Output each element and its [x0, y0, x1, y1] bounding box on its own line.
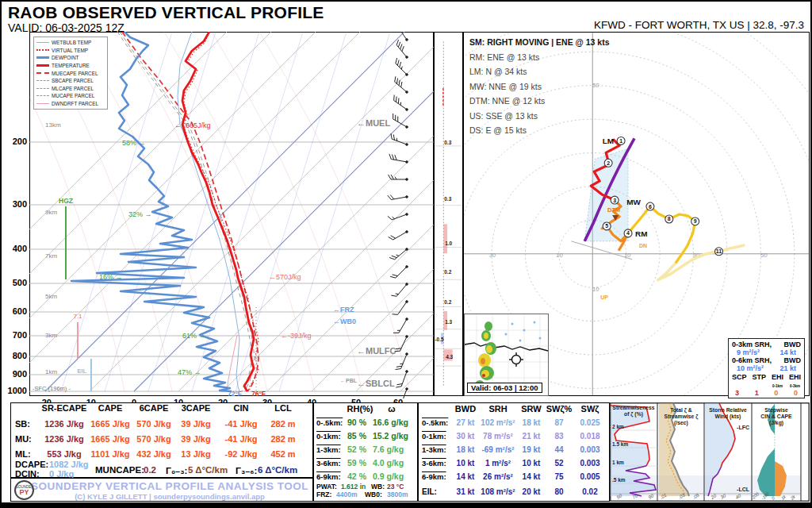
shear-value: 19 kt	[523, 445, 541, 454]
frz-label: ←FRZ	[333, 306, 354, 314]
shear-value: 31 kt	[457, 487, 475, 496]
muncape-label: MUNCAPE:	[95, 465, 144, 475]
lfc-label: -LFC	[737, 425, 749, 430]
shear-value: 80	[554, 487, 563, 496]
shear-value: 0.018	[580, 432, 599, 441]
panel2-title: Total ζ &	[670, 407, 692, 414]
rh-value: 90 %	[347, 418, 366, 427]
page-title: RAOB OBSERVED VERTICAL PROFILE	[8, 3, 324, 22]
thermo-value: 39 J/kg	[181, 434, 210, 444]
wb-value: 23 °C	[387, 483, 404, 491]
thermo-value: 1236 J/kg	[44, 419, 84, 429]
frz-value: 4400m	[336, 491, 357, 498]
shear-header: BWD	[455, 404, 476, 414]
state-boundary-line	[465, 343, 548, 351]
radar-inset: Valid: 06-03 | 12:00	[464, 314, 549, 396]
layer-label: 6-9km:	[422, 472, 446, 481]
ehi01-value: 0	[774, 389, 778, 397]
omega-value: 15.2 g/kg	[373, 431, 408, 441]
thermo-header: CAPE	[98, 403, 123, 413]
hgz-label: HGZ	[59, 197, 73, 205]
legend-label: WETBULB TEMP	[52, 40, 91, 45]
shear-header: SRW	[521, 404, 541, 414]
shear-value: 0.005	[580, 472, 599, 481]
muel-label: ←MUEL	[357, 118, 390, 128]
thermo-value: 570 J/kg	[136, 434, 170, 444]
shear-value: 14 kt	[523, 472, 541, 481]
rh-value: 59 %	[347, 458, 366, 468]
shear-value: 75	[554, 472, 563, 481]
omega-value: 0.9 g/kg	[373, 471, 404, 481]
shear-value: 102 m²/s²	[481, 418, 515, 427]
svg-text:11: 11	[716, 248, 722, 254]
srh06-label: 0-6km SRH,	[732, 356, 772, 364]
dn-label: DN	[639, 243, 647, 248]
panel4-title2: CIN & CAPE	[760, 414, 792, 419]
station-label: KFWD - FORT WORTH, TX US | 32.8, -97.3	[594, 19, 804, 31]
layer-label: 0-1km:	[422, 432, 446, 441]
svg-text:50: 50	[760, 252, 768, 259]
rh58-label: 58% →	[122, 139, 146, 147]
mini-panels: Streamwiseness of ζ (%) 2 km1.5 km 1 km.…	[610, 402, 810, 502]
sounderpy-logo-icon: SOUNDER PY	[14, 480, 34, 500]
muncape-value: 0.2	[144, 465, 156, 475]
thermo-value: 1101 J/kg	[91, 449, 130, 459]
lm-marker-label: LM	[603, 137, 614, 145]
legend-label: DEWPOINT	[52, 55, 79, 60]
svg-text:10: 10	[592, 286, 599, 293]
thermo-value: 432 J/kg	[136, 449, 170, 459]
bwd06-label: BWD	[784, 356, 802, 364]
svg-text:30: 30	[489, 252, 496, 259]
pressure-tick: 400	[6, 244, 27, 253]
rh-value: 52 %	[347, 444, 366, 454]
mw-marker-label: MW	[626, 198, 641, 206]
rm-marker-label: RM	[635, 229, 647, 238]
wb0-label: ←WB0	[333, 318, 356, 325]
rh-value: 85 %	[347, 431, 366, 441]
radar-valid-label: Valid: 06-03 | 12:00	[467, 383, 542, 393]
legend-label: SBCAPE PARCEL	[52, 78, 94, 83]
layer-label: 1-3km:	[316, 445, 341, 454]
shear-value: 44	[554, 445, 563, 454]
layer-label: 6-9km:	[316, 472, 341, 481]
legend-label: MUCAPE PARCEL	[52, 93, 94, 98]
rh-header: RH(%)	[347, 404, 373, 414]
svg-text:9km: 9km	[45, 209, 57, 216]
rh47-label: 47% →	[178, 368, 201, 376]
svg-text:13km: 13km	[45, 121, 61, 129]
thermo-value: 282 m	[270, 434, 295, 444]
shear-value: 78 m²/s²	[483, 432, 513, 441]
footer-credit: (C) KYLE J GILLETT | sounderpysoundings.…	[27, 492, 312, 501]
srh06-value: 10 m²/s²	[737, 364, 764, 372]
up-label: UP	[600, 294, 608, 300]
downdraft-parcel-line	[227, 335, 237, 391]
eil-label: EIL	[77, 368, 86, 375]
hodo-trace-top	[658, 245, 745, 280]
ehi03-header: EHI0-3km	[789, 373, 801, 389]
panel3-title2: Wind (kts)	[715, 414, 741, 420]
legend-label: DWNDRFT PARCEL	[52, 101, 98, 106]
wb0-label: WB0:	[365, 491, 382, 498]
svg-text:1: 1	[619, 138, 622, 144]
mlcape-legend-swatch	[36, 88, 49, 89]
panel4-title: Stepwise	[764, 407, 788, 414]
rh61-label: 61% →	[182, 332, 206, 340]
panel1-title: Streamwiseness	[612, 405, 654, 410]
lapse-label: 7.1	[73, 313, 82, 320]
svg-text:1.5 km: 1.5 km	[612, 441, 628, 447]
shear-value: 83	[554, 432, 563, 441]
storm-motion-block: SM: RIGHT MOVING | ENE @ 13 kts RM: ENE …	[469, 35, 610, 138]
pressure-tick: 1000	[6, 386, 27, 395]
lcl-label: -LCL	[737, 487, 750, 492]
svg-text:-0.5: -0.5	[435, 337, 443, 342]
pressure-tick: 600	[6, 306, 27, 316]
thermo-header: SR-ECAPE	[42, 403, 87, 413]
svg-text:6: 6	[649, 204, 652, 210]
skewt-legend: WETBULB TEMP VIRTUAL TEMP DEWPOINT TEMPE…	[33, 37, 108, 110]
pwat-value: 1.612 in	[341, 483, 366, 491]
svg-text:0.3: 0.3	[444, 140, 451, 145]
hodo-stats-box: 0-3km SRH,BWD 9 m²/s²14 kt 0-6km SRH,BWD…	[728, 338, 805, 398]
lapse36-label: Γ₃₋₆:	[236, 465, 257, 476]
shear-value: -69 m²/s²	[481, 445, 514, 454]
shear-value: 10 kt	[457, 459, 475, 468]
